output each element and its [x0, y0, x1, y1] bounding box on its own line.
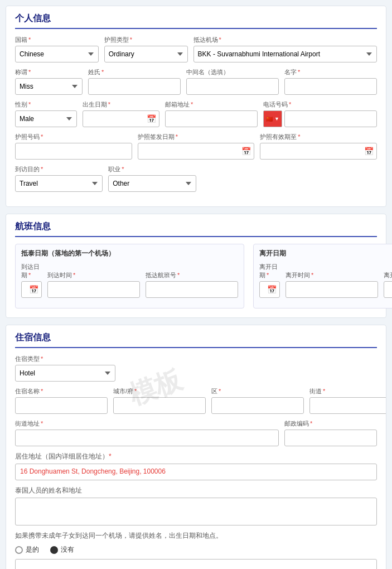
- acc-street-address-input[interactable]: 369 Soi Onnut 44, Sukhumvit 77 Rd.: [15, 430, 279, 446]
- passport-no-label: 护照号码*: [15, 133, 132, 141]
- nationality-label: 国籍*: [15, 36, 99, 44]
- acc-name-input[interactable]: OYO 246 Green Mind Residence: [15, 397, 108, 414]
- minor-yes-radio[interactable]: [15, 546, 23, 554]
- phone-flag[interactable]: 🇨🇳 ▼: [263, 110, 282, 127]
- passport-issue-wrapper: 24/01/17 📅: [138, 143, 255, 160]
- arrival-date-input[interactable]: 15/10/19: [21, 281, 42, 298]
- departure-time-input[interactable]: 12 : 45: [285, 281, 378, 298]
- departure-flight-half: 离开日期 离开日期* 25/10/19 📅 离开时间* 12 : 45 离开航班…: [253, 244, 392, 308]
- acc-postal-input[interactable]: 10260: [284, 430, 377, 446]
- arrival-airport-group: 抵达机场* BKK - Suvarnabhumi International A…: [193, 36, 377, 62]
- arrival-flight-label: 抵达航班号*: [146, 271, 238, 279]
- flight-divider-row: 抵泰日期（落地的第一个机场） 到达日期* 15/10/19 📅 到达时间* 18…: [15, 244, 377, 308]
- arrival-time-label: 到达时间*: [47, 271, 140, 279]
- salutation-select[interactable]: Miss: [15, 78, 83, 95]
- flag-emoji: 🇨🇳: [266, 116, 273, 122]
- thai-contact-label: 泰国人员的姓名和地址: [15, 486, 377, 495]
- phone-label: 电话号码*: [263, 100, 377, 109]
- minor-question-text: 如果携带未成年子女到达同一个机场，请提供姓名，出生日期和地点。: [15, 531, 377, 541]
- arrival-time-input[interactable]: 18 : 15: [47, 281, 140, 298]
- acc-type-select[interactable]: Hotel: [15, 365, 115, 382]
- personal-info-title: 个人信息: [15, 13, 377, 29]
- acc-street-input[interactable]: Onnut: [309, 397, 386, 414]
- acc-name-label: 住宿名称*: [15, 387, 108, 396]
- acc-postal-label: 邮政编码*: [284, 419, 377, 428]
- chevron-icon: ▼: [274, 116, 279, 122]
- passport-expiry-group: 护照有效期至* 23/01/27 📅: [260, 133, 377, 160]
- last-name-label: 姓氏*: [88, 68, 181, 76]
- acc-name-row: 住宿名称* OYO 246 Green Mind Residence 城市/府*…: [15, 387, 377, 414]
- departure-row: 离开日期* 25/10/19 📅 离开时间* 12 : 45 离开航班号* TG…: [259, 263, 392, 298]
- acc-street-label: 街道*: [309, 387, 386, 396]
- acc-city-group: 城市/府* Bangkok: [113, 387, 206, 414]
- passport-issue-group: 护照签发日期* 24/01/17 📅: [138, 133, 255, 160]
- row-nationality: 国籍* Chinese 护照类型* Ordinary 抵达机场* BKK - S…: [15, 36, 377, 62]
- dob-input-wrapper: 15/08/96 📅: [83, 110, 159, 127]
- departure-date-label: 离开日期*: [259, 263, 280, 279]
- phone-group: 电话号码* 🇨🇳 ▼ 131 2345 6789: [263, 100, 377, 127]
- row-name: 称谓* Miss 姓氏* Yin 中间名（选填） 名字* Lee: [15, 68, 377, 95]
- occupation-label: 职业*: [108, 165, 196, 173]
- arrival-flight-half: 抵泰日期（落地的第一个机场） 到达日期* 15/10/19 📅 到达时间* 18…: [15, 244, 244, 308]
- visit-purpose-label: 到访目的*: [15, 165, 103, 173]
- acc-district-input[interactable]: Suan Luang: [211, 397, 304, 414]
- departure-time-group: 离开时间* 12 : 45: [285, 271, 378, 298]
- passport-type-label: 护照类型*: [104, 36, 188, 44]
- gender-select[interactable]: Male: [15, 110, 77, 127]
- last-name-group: 姓氏* Yin: [88, 68, 181, 95]
- flight-info-section: 航班信息 抵泰日期（落地的第一个机场） 到达日期* 15/10/19 📅 到达时…: [6, 214, 386, 318]
- phone-input[interactable]: 131 2345 6789: [284, 110, 377, 127]
- middle-name-label: 中间名（选填）: [186, 68, 279, 76]
- thai-contact-input[interactable]: [15, 498, 377, 525]
- minor-yes-label: 是的: [26, 545, 39, 554]
- arrival-date-wrapper: 15/10/19 📅: [21, 281, 42, 298]
- salutation-group: 称谓* Miss: [15, 68, 83, 95]
- passport-expiry-input[interactable]: 23/01/27: [260, 143, 377, 160]
- arrival-airport-select[interactable]: BKK - Suvarnabhumi International Airport: [193, 46, 377, 62]
- arrival-flight-input[interactable]: TG779: [146, 281, 238, 298]
- passport-expiry-label: 护照有效期至*: [260, 133, 377, 141]
- acc-district-group: 区* Suan Luang: [211, 387, 304, 414]
- arrival-date-group: 到达日期* 15/10/19 📅: [21, 263, 42, 298]
- departure-section-title: 离开日期: [259, 249, 392, 258]
- accommodation-section: 模板 住宿信息 住宿类型* Hotel 住宿名称* OYO 246 Green …: [6, 325, 386, 569]
- minor-no-radio[interactable]: [50, 546, 58, 554]
- departure-flight-label: 离开航班号*: [384, 271, 392, 279]
- passport-issue-label: 护照签发日期*: [138, 133, 255, 141]
- acc-city-label: 城市/府*: [113, 387, 206, 396]
- arrival-date-label: 到达日期*: [21, 263, 42, 279]
- passport-type-select[interactable]: Ordinary: [104, 46, 188, 62]
- minor-details-input[interactable]: [15, 559, 377, 569]
- flight-info-title: 航班信息: [15, 221, 377, 237]
- email-group: 邮箱地址* Yin_lee@gmail.com: [165, 100, 258, 127]
- home-address-value[interactable]: 16 Donghuamen St, Dongcheng, Beijing, 10…: [15, 464, 377, 480]
- departure-date-input[interactable]: 25/10/19: [259, 281, 280, 298]
- middle-name-group: 中间名（选填）: [186, 68, 279, 95]
- arrival-flight-group: 抵达航班号* TG779: [146, 271, 238, 298]
- minor-no-label: 没有: [61, 545, 74, 554]
- row-gender: 性别* Male 出生日期* 15/08/96 📅 邮箱地址* Yin_lee@…: [15, 100, 377, 127]
- acc-city-input[interactable]: Bangkok: [113, 397, 206, 414]
- minor-no-item[interactable]: 没有: [50, 545, 74, 554]
- dob-group: 出生日期* 15/08/96 📅: [83, 100, 159, 127]
- middle-name-input[interactable]: [186, 78, 279, 95]
- passport-no-group: 护照号码* E12345678: [15, 133, 132, 160]
- dob-input[interactable]: 15/08/96: [83, 110, 159, 127]
- acc-postal-group: 邮政编码* 10260: [284, 419, 377, 446]
- passport-no-input[interactable]: E12345678: [15, 143, 132, 160]
- acc-address-row: 街道地址* 369 Soi Onnut 44, Sukhumvit 77 Rd.…: [15, 419, 377, 446]
- passport-issue-input[interactable]: 24/01/17: [138, 143, 255, 160]
- occupation-select[interactable]: Other: [108, 175, 196, 192]
- gender-group: 性别* Male: [15, 100, 77, 127]
- salutation-label: 称谓*: [15, 68, 83, 76]
- acc-street-address-group: 街道地址* 369 Soi Onnut 44, Sukhumvit 77 Rd.: [15, 419, 279, 446]
- nationality-select[interactable]: Chinese: [15, 46, 99, 62]
- departure-date-wrapper: 25/10/19 📅: [259, 281, 280, 298]
- minor-yes-item[interactable]: 是的: [15, 545, 39, 554]
- email-input[interactable]: Yin_lee@gmail.com: [165, 110, 258, 127]
- departure-flight-group: 离开航班号* TG123: [384, 271, 392, 298]
- visit-purpose-select[interactable]: Travel: [15, 175, 103, 192]
- departure-flight-input[interactable]: TG123: [384, 281, 392, 298]
- first-name-input[interactable]: Lee: [284, 78, 377, 95]
- last-name-input[interactable]: Yin: [88, 78, 181, 95]
